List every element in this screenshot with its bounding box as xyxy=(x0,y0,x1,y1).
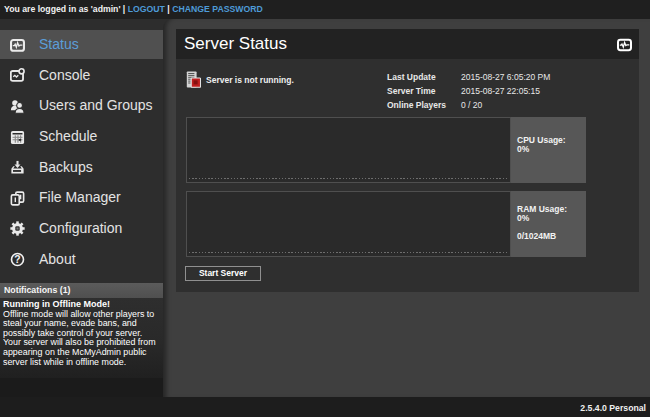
svg-text:?: ? xyxy=(14,254,20,265)
